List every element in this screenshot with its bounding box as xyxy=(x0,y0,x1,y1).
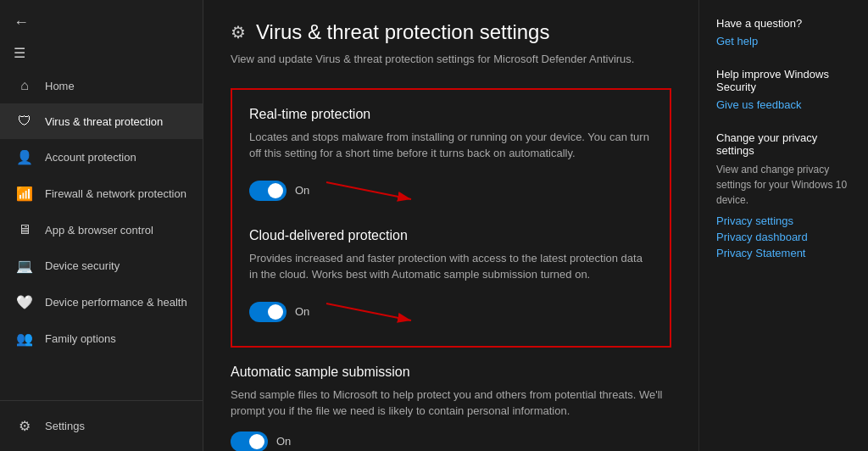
realtime-arrow xyxy=(326,174,428,208)
sidebar-item-home[interactable]: ⌂Home xyxy=(0,68,203,103)
cloud-toggle-row: On xyxy=(249,295,653,329)
cloud-desc: Provides increased and faster protection… xyxy=(249,250,653,283)
device-security-icon: 💻 xyxy=(16,258,33,274)
settings-icon: ⚙ xyxy=(16,418,33,434)
sidebar-label-family: Family options xyxy=(45,332,116,345)
main-content: ⚙ Virus & threat protection settings Vie… xyxy=(203,0,698,451)
automatic-submission-section: Automatic sample submission Send sample … xyxy=(231,365,671,452)
sidebar-bottom: ⚙ Settings xyxy=(0,400,203,451)
automatic-slider xyxy=(231,432,268,452)
automatic-title: Automatic sample submission xyxy=(231,365,671,380)
sidebar-item-device-security[interactable]: 💻Device security xyxy=(0,248,203,284)
cloud-toggle[interactable] xyxy=(249,302,287,322)
right-panel: Have a question? Get help Help improve W… xyxy=(698,0,868,451)
family-icon: 👥 xyxy=(16,331,33,347)
privacy-dashboard-link[interactable]: Privacy dashboard xyxy=(716,231,851,243)
sidebar-label-device-perf: Device performance & health xyxy=(45,296,187,309)
device-perf-icon: 🤍 xyxy=(16,294,33,310)
page-gear-icon: ⚙ xyxy=(231,22,246,42)
sidebar-item-family[interactable]: 👥Family options xyxy=(0,320,203,357)
firewall-icon: 📶 xyxy=(16,186,33,202)
privacy-settings-link[interactable]: Privacy settings xyxy=(716,214,851,227)
cloud-toggle-label: On xyxy=(295,305,309,318)
cloud-slider xyxy=(249,302,287,322)
sidebar-label-account: Account protection xyxy=(45,151,136,164)
sidebar-label-virus: Virus & threat protection xyxy=(45,115,163,128)
automatic-toggle-label: On xyxy=(276,435,291,448)
sidebar-label-device-security: Device security xyxy=(45,259,120,272)
svg-line-1 xyxy=(326,182,411,199)
sidebar-item-app-browser[interactable]: 🖥App & browser control xyxy=(0,212,203,248)
right-question-heading: Have a question? xyxy=(716,17,851,30)
realtime-protection-section: Real-time protection Locates and stops m… xyxy=(249,107,653,208)
right-question-section: Have a question? Get help xyxy=(716,17,851,47)
page-header: ⚙ Virus & threat protection settings xyxy=(231,20,671,44)
sidebar-label-firewall: Firewall & network protection xyxy=(45,187,186,200)
right-feedback-heading: Help improve Windows Security xyxy=(716,68,851,93)
realtime-toggle-label: On xyxy=(295,184,309,197)
automatic-toggle[interactable] xyxy=(231,432,268,452)
automatic-desc: Send sample files to Microsoft to help p… xyxy=(231,387,671,420)
realtime-desc: Locates and stops malware from installin… xyxy=(249,129,653,162)
sidebar: ← ☰ ⌂Home🛡Virus & threat protection👤Acco… xyxy=(0,0,203,451)
sidebar-item-firewall[interactable]: 📶Firewall & network protection xyxy=(0,175,203,212)
realtime-toggle[interactable] xyxy=(249,181,287,201)
sidebar-label-home: Home xyxy=(45,80,75,92)
svg-line-3 xyxy=(326,303,411,320)
sidebar-top-controls: ← xyxy=(0,7,203,38)
sidebar-item-account[interactable]: 👤Account protection xyxy=(0,139,203,175)
right-privacy-text: View and change privacy settings for you… xyxy=(716,162,851,208)
sidebar-item-device-perf[interactable]: 🤍Device performance & health xyxy=(0,284,203,320)
give-feedback-link[interactable]: Give us feedback xyxy=(716,98,851,111)
hamburger-button[interactable]: ☰ xyxy=(0,38,203,68)
virus-icon: 🛡 xyxy=(16,114,33,129)
realtime-slider xyxy=(249,181,287,201)
page-title: Virus & threat protection settings xyxy=(256,20,549,44)
back-button[interactable]: ← xyxy=(14,14,29,31)
cloud-title: Cloud-delivered protection xyxy=(249,228,653,243)
highlighted-sections-box: Real-time protection Locates and stops m… xyxy=(231,88,671,348)
get-help-link[interactable]: Get help xyxy=(716,35,851,47)
cloud-arrow xyxy=(326,295,428,329)
cloud-protection-section: Cloud-delivered protection Provides incr… xyxy=(249,228,653,329)
right-privacy-section: Change your privacy settings View and ch… xyxy=(716,131,851,259)
privacy-statement-link[interactable]: Privacy Statement xyxy=(716,247,851,259)
sidebar-item-virus[interactable]: 🛡Virus & threat protection xyxy=(0,103,203,139)
right-feedback-section: Help improve Windows Security Give us fe… xyxy=(716,68,851,111)
app-browser-icon: 🖥 xyxy=(16,222,33,237)
sidebar-label-app-browser: App & browser control xyxy=(45,224,153,237)
home-icon: ⌂ xyxy=(16,78,33,93)
account-icon: 👤 xyxy=(16,149,33,165)
sidebar-item-settings[interactable]: ⚙ Settings xyxy=(0,408,203,444)
sidebar-settings-label: Settings xyxy=(45,420,85,432)
automatic-toggle-row: On xyxy=(231,432,671,452)
realtime-title: Real-time protection xyxy=(249,107,653,122)
page-subtitle: View and update Virus & threat protectio… xyxy=(231,51,671,68)
right-privacy-heading: Change your privacy settings xyxy=(716,131,851,157)
realtime-toggle-row: On xyxy=(249,174,653,208)
